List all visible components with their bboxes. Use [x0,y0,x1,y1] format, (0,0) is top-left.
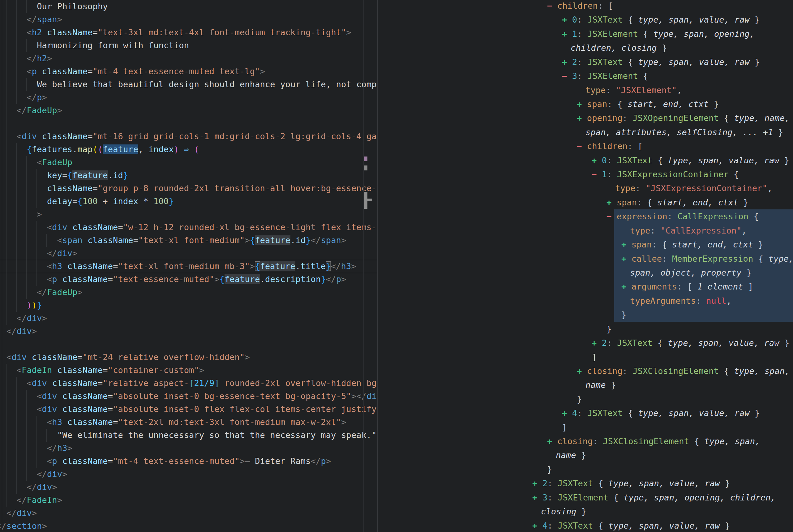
code-line[interactable]: ))} [0,299,42,312]
ast-row[interactable]: + 2: JSXText { type, span, value, raw } [562,55,760,69]
ast-row[interactable]: − 3: JSXElement { [562,69,648,83]
code-line[interactable]: We believe that beautiful design should … [0,78,377,91]
code-line[interactable]: Harmonizing form with function [0,39,189,52]
code-line[interactable]: <span className="text-xl font-medium">{f… [0,234,346,247]
expand-toggle[interactable]: + [577,113,587,123]
code-line[interactable]: {features.map((feature, index) ⇒ ( [0,143,199,156]
expand-toggle[interactable]: + [621,240,632,249]
expand-toggle[interactable]: + [562,15,572,24]
ast-row[interactable]: + closing: JSXClosingElement { type, spa… [547,434,760,449]
code-line[interactable]: className="group p-8 rounded-2xl transit… [0,182,377,195]
code-line[interactable]: </FadeUp> [0,286,82,299]
code-line[interactable]: </h2> [0,52,52,65]
code-line[interactable]: "We eliminate the unnecessary so that th… [0,429,377,442]
ast-row[interactable]: span, attributes, selfClosing, ... +1 } [585,125,783,139]
code-line[interactable]: </FadeUp> [0,104,62,117]
expand-toggle[interactable]: + [621,282,632,291]
ast-row[interactable]: + 4: JSXText { type, span, value, raw } [562,406,760,420]
ast-row[interactable]: + 1: JSXElement { type, span, opening, [562,27,755,41]
ast-row[interactable]: ] [592,350,597,364]
ast-row[interactable]: span, object, property } [630,266,752,280]
expand-toggle[interactable]: + [547,436,557,446]
ast-row[interactable]: + 0: JSXText { type, span, value, raw } [562,13,760,27]
ast-row[interactable]: type: "JSXExpressionContainer", [615,181,772,195]
code-line[interactable]: </div> [0,325,37,338]
code-editor-pane[interactable]: Our Philosophy </span> <h2 className="te… [0,0,377,532]
ast-tree-pane[interactable]: − children: [+ 0: JSXText { type, span, … [378,0,793,532]
ast-row[interactable]: } [577,392,582,406]
collapse-toggle[interactable]: − [606,212,617,221]
collapse-toggle[interactable]: − [577,141,587,151]
code-line[interactable]: </div> [0,247,77,260]
ast-row[interactable]: + opening: JSXOpeningElement { type, nam… [577,111,790,125]
code-line[interactable]: <FadeUp [0,156,72,169]
expand-toggle[interactable]: + [562,57,572,67]
expand-toggle[interactable]: + [592,156,602,165]
ast-row[interactable]: + 2: JSXText { type, span, value, raw } [532,476,730,491]
collapse-toggle[interactable]: − [562,71,572,81]
code-line[interactable]: Our Philosophy [0,0,108,13]
expand-toggle[interactable]: + [606,198,617,207]
ast-row[interactable]: } [606,322,612,336]
ast-row[interactable]: + span: { start, end, ctxt } [577,97,719,111]
expand-toggle[interactable]: + [562,408,572,418]
code-line[interactable]: </div> [0,312,47,325]
code-line[interactable]: > [0,208,42,221]
code-line[interactable]: </div> [0,481,57,494]
code-line[interactable]: <FadeIn className="container-custom"> [0,364,204,377]
expand-toggle[interactable]: + [577,99,587,109]
ast-row[interactable]: + 3: JSXElement { type, span, opening, c… [532,491,776,505]
code-line[interactable]: delay={100 + index * 100} [0,195,174,208]
expand-toggle[interactable]: + [532,521,542,530]
expand-toggle[interactable]: + [562,29,572,39]
ast-row[interactable]: + callee: MemberExpression { type, [621,252,793,266]
code-line[interactable]: <div className="absolute inset-0 bg-esse… [0,390,377,403]
ast-row[interactable]: + 2: JSXText { type, span, value, raw } [592,336,789,350]
collapse-toggle[interactable]: − [592,170,602,179]
code-line[interactable]: </span> [0,13,62,26]
code-line[interactable]: <p className="text-essence-muted">{featu… [0,273,346,286]
code-line[interactable]: <div className="absolute inset-0 flex fl… [0,403,377,416]
expand-toggle[interactable]: + [592,338,602,348]
ast-row[interactable]: typeArguments: null, [630,294,732,308]
ast-row[interactable]: − children: [ [577,139,643,153]
ast-row[interactable]: + span: { start, end, ctxt } [621,238,763,252]
ast-row[interactable]: type: "JSXElement", [585,83,682,97]
ast-row[interactable]: − 1: JSXExpressionContainer { [592,167,739,182]
code-line[interactable]: <div className="mt-16 grid grid-cols-1 m… [0,130,377,143]
code-line[interactable]: <div className="relative aspect-[21/9] r… [0,377,377,390]
ast-row[interactable]: } [621,308,626,322]
code-line[interactable]: </p> [0,91,47,104]
code-line[interactable]: </div> [0,468,67,481]
code-line[interactable]: </FadeIn> [0,494,62,507]
ast-row[interactable]: + span: { start, end, ctxt } [606,195,749,210]
code-line[interactable]: </div> [0,507,37,520]
code-line[interactable]: <p className="mt-4 text-essence-muted">—… [0,455,331,468]
ast-row[interactable]: + closing: JSXClosingElement { type, spa… [577,364,790,378]
ast-row[interactable]: − children: [ [547,0,613,13]
expand-toggle[interactable]: + [621,254,632,264]
code-line[interactable]: <h3 className="text-xl font-medium mb-3"… [0,260,356,273]
expand-toggle[interactable]: + [532,478,542,488]
ast-row[interactable]: + arguments: [ 1 element ] [621,280,753,294]
code-line[interactable]: </h3> [0,442,72,455]
ast-row[interactable]: } [547,462,552,477]
ast-row[interactable]: − expression: CallExpression { [606,209,759,224]
ast-row[interactable]: name } [585,378,616,392]
ast-row[interactable]: ] [562,420,567,435]
code-line[interactable]: <h3 className="text-2xl md:text-3xl font… [0,416,346,429]
ast-row[interactable]: type: "CallExpression", [630,224,747,238]
code-line[interactable]: </section> [0,520,47,532]
code-line[interactable]: <h2 className="text-3xl md:text-4xl font… [0,26,351,39]
ast-row[interactable]: children, closing } [570,41,667,55]
scrollbar-overview-ruler[interactable] [363,0,364,532]
code-line[interactable]: <div className="mt-24 relative overflow-… [0,351,250,364]
expand-toggle[interactable]: + [532,493,542,502]
ast-row[interactable]: + 0: JSXText { type, span, value, raw } [592,153,789,168]
code-line[interactable]: <div className="w-12 h-12 rounded-xl bg-… [0,221,377,234]
ast-row[interactable]: name } [556,448,586,462]
ast-row[interactable]: + 4: JSXText { type, span, value, raw } [532,519,730,532]
expand-toggle[interactable]: + [577,366,587,376]
collapse-toggle[interactable]: − [547,1,557,11]
ast-row[interactable]: closing } [541,505,587,519]
